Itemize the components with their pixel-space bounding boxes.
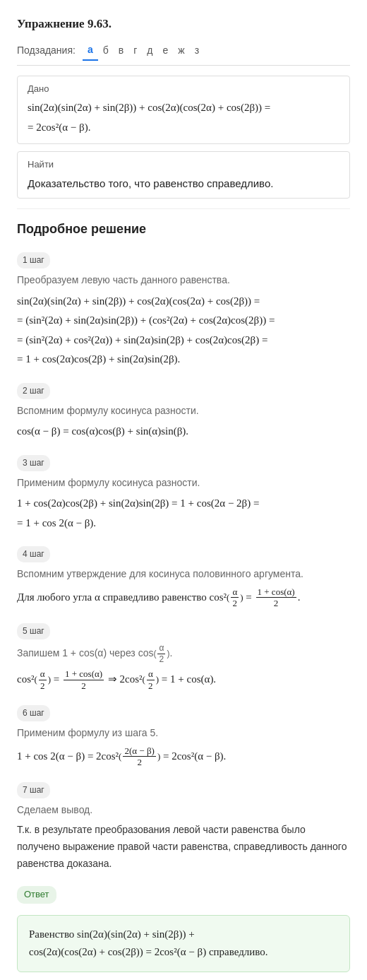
answer-section: Ответ Равенство sin(2α)(sin(2α) + sin(2β… — [17, 885, 350, 972]
step-4-math: Для любого угла α справедливо равенство … — [17, 586, 350, 609]
step-7-badge: 7 шаг — [17, 782, 50, 798]
step-4-badge: 4 шаг — [17, 546, 50, 562]
given-label: Дано — [28, 82, 339, 97]
step-7: 7 шаг Сделаем вывод. Т.к. в результате п… — [17, 781, 350, 873]
answer-label: Ответ — [17, 886, 56, 904]
step-1-desc: Преобразуем левую часть данного равенств… — [17, 272, 350, 288]
subtask-v[interactable]: в — [114, 41, 128, 59]
subtasks-label: Подзадания: — [17, 42, 76, 58]
given-section: Дано sin(2α)(sin(2α) + sin(2β)) + cos(2α… — [17, 76, 350, 145]
step-5: 5 шаг Запишем 1 + cos(α) через cos(α2). … — [17, 622, 350, 691]
subtask-b[interactable]: б — [98, 41, 114, 59]
divider — [17, 208, 350, 209]
step-2: 2 шаг Вспомним формулу косинуса разности… — [17, 382, 350, 441]
given-math: sin(2α)(sin(2α) + sin(2β)) + cos(2α)(cos… — [28, 99, 339, 136]
step-3: 3 шаг Применим формулу косинуса разности… — [17, 454, 350, 533]
find-section: Найти Доказательство того, что равенство… — [17, 151, 350, 199]
step-7-desc: Сделаем вывод. — [17, 802, 350, 817]
subtask-e[interactable]: е — [157, 41, 173, 59]
subtasks-row: Подзадания: а б в г д е ж з — [17, 40, 350, 65]
step-1: 1 шаг Преобразуем левую часть данного ра… — [17, 251, 350, 369]
step-7-conclusion: Т.к. в результате преобразования левой ч… — [17, 822, 350, 872]
step-1-badge: 1 шаг — [17, 252, 50, 268]
step-4: 4 шаг Вспомним утверждение для косинуса … — [17, 545, 350, 609]
step-5-desc: Запишем 1 + cos(α) через cos(α2). — [17, 643, 350, 664]
step-3-badge: 3 шаг — [17, 455, 50, 471]
subtask-g[interactable]: г — [128, 41, 142, 59]
find-text: Доказательство того, что равенство справ… — [28, 175, 339, 192]
step-3-math: 1 + cos(2α)cos(2β) + sin(2α)sin(2β) = 1 … — [17, 495, 350, 532]
step-6-badge: 6 шаг — [17, 705, 50, 721]
step-3-desc: Применим формулу косинуса разности. — [17, 475, 350, 490]
subtask-z[interactable]: з — [190, 41, 204, 59]
step-5-badge: 5 шаг — [17, 623, 50, 639]
subtask-d[interactable]: д — [142, 41, 157, 59]
step-6-desc: Применим формулу из шага 5. — [17, 725, 350, 740]
subtask-zh[interactable]: ж — [173, 41, 189, 59]
detailed-solution-title: Подробное решение — [17, 219, 350, 240]
step-1-math: sin(2α)(sin(2α) + sin(2β)) + cos(2α)(cos… — [17, 293, 350, 369]
find-label: Найти — [28, 158, 339, 172]
step-2-math: cos(α − β) = cos(α)cos(β) + sin(α)sin(β)… — [17, 423, 350, 441]
step-6: 6 шаг Применим формулу из шага 5. 1 + co… — [17, 704, 350, 768]
subtask-a[interactable]: а — [83, 40, 98, 60]
step-4-desc: Вспомним утверждение для косинуса полови… — [17, 566, 350, 581]
answer-text: Равенство sin(2α)(sin(2α) + sin(2β)) + c… — [29, 926, 338, 962]
step-5-math: cos²(α2) = 1 + cos(α)2 ⇒ 2cos²(α2) = 1 +… — [17, 668, 350, 691]
step-2-badge: 2 шаг — [17, 383, 50, 399]
exercise-title: Упражнение 9.63. — [17, 14, 350, 33]
answer-box: Равенство sin(2α)(sin(2α) + sin(2β)) + c… — [17, 915, 350, 972]
step-2-desc: Вспомним формулу косинуса разности. — [17, 403, 350, 418]
step-6-math: 1 + cos 2(α − β) = 2cos²(2(α − β)2) = 2c… — [17, 745, 350, 768]
